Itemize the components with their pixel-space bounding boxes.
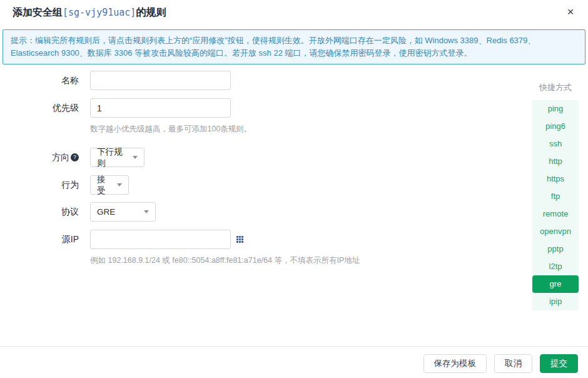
action-select[interactable]: 接受 [90, 175, 129, 195]
direction-label: 方向 [52, 148, 69, 167]
dialog-title: 添加安全组[sg-vjy91uac]的规则 [13, 6, 166, 19]
shortcut-item[interactable]: ssh [532, 135, 579, 153]
priority-label: 优先级 [0, 98, 79, 118]
shortcut-item[interactable]: ping [532, 100, 579, 118]
name-row: 名称 [0, 71, 231, 90]
action-row: 行为 接受 [0, 175, 129, 195]
priority-hint: 数字越小优先级越高，最多可添加100条规则。 [90, 124, 251, 135]
source-ip-input[interactable] [90, 230, 231, 249]
shortcut-item[interactable]: pptp [532, 240, 579, 258]
help-icon[interactable]: ? [71, 153, 79, 161]
grid-icon[interactable] [236, 236, 243, 243]
shortcut-list: pingping6sshhttphttpsftpremoteopenvpnppt… [532, 100, 579, 310]
chevron-down-icon [117, 183, 122, 186]
action-label: 行为 [0, 175, 79, 195]
shortcut-item[interactable]: openvpn [532, 223, 579, 240]
protocol-label: 协议 [0, 202, 79, 222]
title-prefix: 添加安全组 [13, 7, 63, 18]
chevron-down-icon [133, 156, 138, 159]
priority-row: 优先级 [0, 98, 231, 118]
dialog-header: 添加安全组[sg-vjy91uac]的规则 × [0, 0, 588, 25]
shortcut-item[interactable]: gre [532, 275, 579, 293]
footer-divider [0, 346, 588, 347]
protocol-select[interactable]: GRE [90, 202, 156, 222]
protocol-row: 协议 GRE [0, 202, 156, 222]
direction-row: 方向? 下行规则 [0, 148, 144, 167]
tip-banner: 提示：编辑完所有规则后，请点击规则列表上方的“应用修改”按钮，使得规则生效。开放… [3, 29, 585, 64]
shortcut-item[interactable]: remote [532, 205, 579, 223]
name-label: 名称 [0, 71, 79, 90]
shortcut-item[interactable]: https [532, 170, 579, 188]
title-suffix: 的规则 [136, 7, 166, 18]
source-ip-label: 源IP [0, 230, 79, 249]
save-template-button[interactable]: 保存为模板 [423, 354, 487, 373]
security-group-id: [sg-vjy91uac] [63, 7, 136, 18]
cancel-button[interactable]: 取消 [494, 354, 532, 373]
direction-value: 下行规则 [97, 146, 126, 169]
close-icon[interactable]: × [564, 5, 577, 19]
shortcuts-panel: 快捷方式 pingping6sshhttphttpsftpremoteopenv… [532, 82, 579, 310]
shortcut-item[interactable]: ping6 [532, 118, 579, 135]
action-value: 接受 [97, 174, 111, 197]
name-input[interactable] [90, 71, 231, 90]
source-ip-hint: 例如 192.168.9.1/24 或 fe80::5054:a8ff:fe81… [90, 255, 360, 266]
chevron-down-icon [144, 210, 149, 213]
shortcut-item[interactable]: http [532, 153, 579, 170]
submit-button[interactable]: 提交 [540, 354, 578, 373]
source-ip-row: 源IP [0, 230, 243, 249]
direction-select[interactable]: 下行规则 [90, 148, 144, 167]
add-security-rule-dialog: 添加安全组[sg-vjy91uac]的规则 × 提示：编辑完所有规则后，请点击规… [0, 0, 588, 378]
shortcut-item[interactable]: ipip [532, 293, 579, 310]
shortcut-item[interactable]: ftp [532, 188, 579, 205]
shortcut-item[interactable]: l2tp [532, 258, 579, 275]
footer: 保存为模板 取消 提交 [423, 354, 579, 373]
shortcuts-title: 快捷方式 [532, 82, 579, 93]
priority-input[interactable] [90, 98, 231, 118]
protocol-value: GRE [97, 207, 115, 217]
